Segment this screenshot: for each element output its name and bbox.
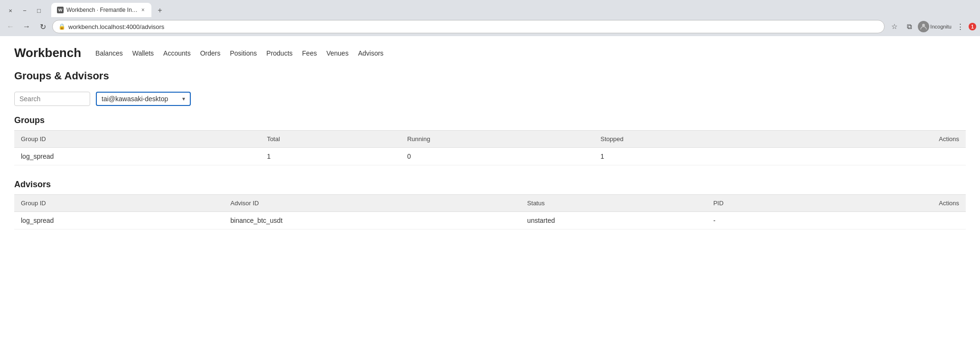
search-input[interactable] [14, 92, 90, 106]
avatar-button[interactable] [918, 21, 929, 32]
window-controls-left: × − □ [4, 4, 49, 17]
chevron-down-icon: ▾ [182, 96, 185, 102]
nav-fees[interactable]: Fees [302, 49, 317, 57]
incognito-label: Incognitu [930, 24, 952, 29]
advisors-col-actions: Actions [813, 195, 966, 212]
controls-row: tai@kawasaki-desktop ▾ [14, 92, 966, 106]
address-bar-input[interactable] [68, 23, 878, 30]
svg-point-0 [922, 24, 925, 27]
new-tab-button[interactable]: + [153, 4, 167, 17]
toolbar-actions: ☆ ⧉ Incognitu ⋮ 1 [887, 20, 976, 33]
more-options-button[interactable]: ⋮ [953, 20, 967, 33]
maximize-window-button[interactable]: □ [32, 4, 46, 17]
groups-row-group-id: log_spread [14, 148, 260, 165]
groups-row-running: 0 [401, 148, 594, 165]
advisors-col-advisor-id: Advisor ID [224, 195, 521, 212]
groups-row-stopped: 1 [594, 148, 787, 165]
advisors-row-pid: - [707, 212, 813, 229]
groups-table: Group ID Total Running Stopped Actions l… [14, 130, 966, 165]
tab-bar: × − □ W Workbench · Fremantle In… × + [0, 0, 980, 17]
nav-venues[interactable]: Venues [327, 49, 349, 57]
tab-close-button[interactable]: × [140, 6, 146, 14]
extensions-button[interactable]: ⧉ [903, 20, 916, 33]
advisors-row-status: unstarted [521, 212, 707, 229]
incognito-badge: Incognitu [918, 21, 952, 32]
nav-orders[interactable]: Orders [200, 49, 221, 57]
nav-accounts[interactable]: Accounts [163, 49, 191, 57]
nav-wallets[interactable]: Wallets [132, 49, 154, 57]
advisors-row-group-id: log_spread [14, 212, 224, 229]
groups-col-total: Total [260, 131, 401, 148]
page-title: Groups & Advisors [14, 70, 966, 82]
nav-advisors[interactable]: Advisors [358, 49, 383, 57]
notification-badge: 1 [969, 23, 976, 30]
advisors-table-body: log_spread binance_btc_usdt unstarted - [14, 212, 966, 229]
lock-icon: 🔒 [58, 23, 65, 30]
advisors-row-advisor-id: binance_btc_usdt [224, 212, 521, 229]
tab-title: Workbench · Fremantle In… [66, 7, 138, 13]
groups-col-group-id: Group ID [14, 131, 260, 148]
browser-toolbar: ← → ↻ 🔒 ☆ ⧉ Incognitu ⋮ 1 [0, 17, 980, 36]
advisors-row-actions [813, 212, 966, 229]
user-dropdown[interactable]: tai@kawasaki-desktop ▾ [96, 92, 191, 106]
groups-table-body: log_spread 1 0 1 [14, 148, 966, 165]
table-row: log_spread binance_btc_usdt unstarted - [14, 212, 966, 229]
groups-col-actions: Actions [787, 131, 966, 148]
bookmark-star-button[interactable]: ☆ [887, 20, 901, 33]
dropdown-selected-value: tai@kawasaki-desktop [102, 95, 168, 103]
close-window-button[interactable]: × [4, 4, 17, 17]
tab-favicon: W [57, 7, 64, 13]
advisors-col-pid: PID [707, 195, 813, 212]
groups-col-stopped: Stopped [594, 131, 787, 148]
advisors-col-group-id: Group ID [14, 195, 224, 212]
groups-table-header: Group ID Total Running Stopped Actions [14, 131, 966, 148]
advisors-table-header: Group ID Advisor ID Status PID Actions [14, 195, 966, 212]
address-bar-container[interactable]: 🔒 [52, 20, 885, 33]
app-logo: Workbench [14, 46, 81, 60]
advisors-table: Group ID Advisor ID Status PID Actions l… [14, 194, 966, 229]
advisors-section: Advisors Group ID Advisor ID Status PID … [14, 180, 966, 229]
active-tab[interactable]: W Workbench · Fremantle In… × [51, 3, 151, 17]
advisors-section-title: Advisors [14, 180, 966, 190]
groups-row-actions [787, 148, 966, 165]
forward-button[interactable]: → [20, 20, 33, 33]
nav-products[interactable]: Products [266, 49, 292, 57]
nav-positions[interactable]: Positions [230, 49, 257, 57]
minimize-window-button[interactable]: − [18, 4, 31, 17]
nav-balances[interactable]: Balances [95, 49, 123, 57]
groups-row-total: 1 [260, 148, 401, 165]
table-row: log_spread 1 0 1 [14, 148, 966, 165]
app-header: Workbench Balances Wallets Accounts Orde… [14, 46, 966, 60]
groups-section: Groups Group ID Total Running Stopped Ac… [14, 115, 966, 165]
advisors-col-status: Status [521, 195, 707, 212]
reload-button[interactable]: ↻ [36, 20, 49, 33]
groups-col-running: Running [401, 131, 594, 148]
app-nav: Balances Wallets Accounts Orders Positio… [95, 49, 383, 57]
back-button[interactable]: ← [4, 20, 17, 33]
browser-chrome: × − □ W Workbench · Fremantle In… × + ← … [0, 0, 980, 36]
app-container: Workbench Balances Wallets Accounts Orde… [0, 36, 980, 253]
groups-section-title: Groups [14, 115, 966, 125]
